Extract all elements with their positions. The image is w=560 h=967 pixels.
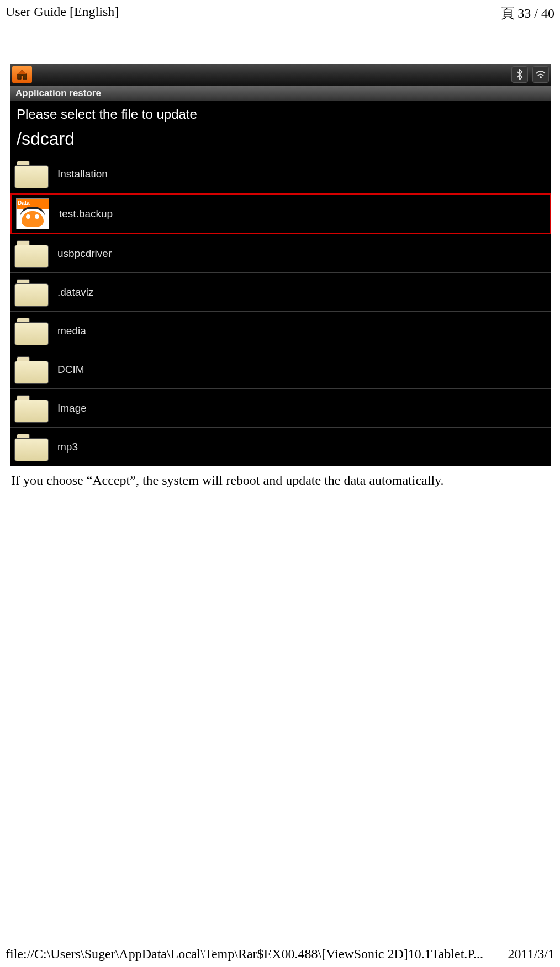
home-icon <box>15 69 29 81</box>
embedded-screenshot: Application restore Please select the fi… <box>10 64 551 466</box>
file-label: DCIM <box>57 364 84 376</box>
file-row-media[interactable]: media <box>10 312 551 350</box>
app-title-bar: Application restore <box>10 86 551 101</box>
file-row-installation[interactable]: Installation <box>10 155 551 193</box>
file-label: media <box>57 325 86 337</box>
file-row-dataviz[interactable]: .dataviz <box>10 273 551 312</box>
data-tag: Data <box>18 200 30 206</box>
home-button[interactable] <box>12 66 32 83</box>
file-label: mp3 <box>57 441 78 453</box>
file-list: Installation Data test.backup usbpcdrive… <box>10 155 551 466</box>
folder-icon <box>14 434 47 460</box>
folder-icon <box>14 356 47 383</box>
backup-file-icon: Data <box>16 198 49 229</box>
current-path: /sdcard <box>10 125 551 155</box>
file-label: Image <box>57 402 87 414</box>
status-bar <box>10 64 551 86</box>
file-label: usbpcdriver <box>57 248 112 260</box>
svg-point-0 <box>540 76 542 78</box>
folder-icon <box>14 318 47 344</box>
file-row-usbpcdriver[interactable]: usbpcdriver <box>10 234 551 273</box>
folder-icon <box>14 395 47 422</box>
file-row-test-backup[interactable]: Data test.backup <box>10 193 551 234</box>
doc-title: User Guide [English] <box>6 4 119 22</box>
file-label: test.backup <box>59 208 113 220</box>
folder-icon <box>14 279 47 306</box>
page-header: User Guide [English] 頁 33 / 40 <box>6 4 554 22</box>
folder-icon <box>14 240 47 267</box>
caption-text: If you choose “Accept”, the system will … <box>11 473 549 488</box>
file-row-image[interactable]: Image <box>10 389 551 428</box>
file-row-mp3[interactable]: mp3 <box>10 428 551 466</box>
footer-path: file://C:\Users\Suger\AppData\Local\Temp… <box>6 947 483 961</box>
wifi-icon[interactable] <box>532 66 549 83</box>
bluetooth-icon[interactable] <box>511 66 528 83</box>
prompt-text: Please select the file to update <box>10 101 551 125</box>
page-footer: file://C:\Users\Suger\AppData\Local\Temp… <box>6 947 554 961</box>
file-row-dcim[interactable]: DCIM <box>10 350 551 389</box>
status-icons <box>511 66 549 83</box>
folder-icon <box>14 161 47 187</box>
footer-date: 2011/3/1 <box>508 947 554 961</box>
file-label: .dataviz <box>57 286 93 298</box>
page-indicator: 頁 33 / 40 <box>501 4 554 22</box>
file-label: Installation <box>57 168 108 180</box>
